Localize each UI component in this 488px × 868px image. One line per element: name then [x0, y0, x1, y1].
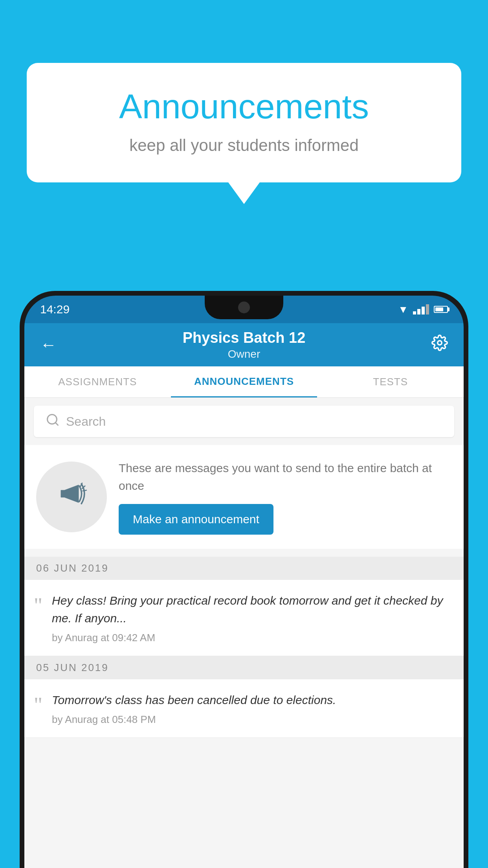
announcement-icon-circle — [36, 462, 107, 532]
tab-tests[interactable]: TESTS — [317, 366, 464, 397]
tabs-container: ASSIGNMENTS ANNOUNCEMENTS TESTS — [24, 366, 464, 398]
app-header: ← Physics Batch 12 Owner — [24, 323, 464, 366]
content-area: Search — [24, 398, 464, 868]
announcement-item-2[interactable]: " Tomorrow's class has been cancelled du… — [24, 679, 464, 738]
svg-line-2 — [55, 422, 58, 425]
announcement-right: These are messages you want to send to t… — [119, 459, 452, 535]
phone-inner: 14:29 ▼ ← Physics Batch 12 Owne — [24, 296, 464, 868]
batch-name: Physics Batch 12 — [57, 329, 431, 346]
announcement-message-2: Tomorrow's class has been cancelled due … — [52, 691, 452, 709]
search-icon — [46, 413, 60, 430]
status-time: 14:29 — [40, 303, 70, 316]
megaphone-icon — [54, 476, 89, 518]
battery-icon — [434, 306, 448, 313]
speech-bubble-arrow — [228, 182, 260, 204]
announcement-meta-2: by Anurag at 05:48 PM — [52, 714, 452, 726]
announcement-description: These are messages you want to send to t… — [119, 459, 452, 495]
tab-announcements[interactable]: ANNOUNCEMENTS — [171, 366, 317, 397]
date-separator-2: 05 JUN 2019 — [24, 656, 464, 679]
header-role: Owner — [57, 348, 431, 360]
svg-point-0 — [438, 341, 442, 345]
announcement-meta-1: by Anurag at 09:42 AM — [52, 632, 452, 644]
date-separator-1: 06 JUN 2019 — [24, 557, 464, 580]
phone-notch — [205, 296, 283, 319]
header-title-block: Physics Batch 12 Owner — [57, 329, 431, 360]
back-button[interactable]: ← — [40, 335, 57, 354]
wifi-icon: ▼ — [398, 303, 408, 316]
speech-bubble: Announcements keep all your students inf… — [27, 63, 461, 182]
search-input[interactable]: Search — [66, 414, 106, 429]
quote-icon-2: " — [34, 691, 42, 715]
phone-frame: 14:29 ▼ ← Physics Batch 12 Owne — [20, 291, 468, 868]
quote-icon-1: " — [34, 592, 42, 616]
speech-bubble-subtitle: keep all your students informed — [58, 136, 430, 155]
speech-bubble-title: Announcements — [58, 86, 430, 127]
speech-bubble-container: Announcements keep all your students inf… — [27, 63, 461, 204]
settings-button[interactable] — [431, 335, 448, 355]
announcement-text-2: Tomorrow's class has been cancelled due … — [52, 691, 452, 726]
announcement-prompt: These are messages you want to send to t… — [24, 445, 464, 549]
announcement-item-1[interactable]: " Hey class! Bring your practical record… — [24, 580, 464, 656]
announcement-text-1: Hey class! Bring your practical record b… — [52, 592, 452, 644]
make-announcement-button[interactable]: Make an announcement — [119, 504, 273, 535]
announcement-message-1: Hey class! Bring your practical record b… — [52, 592, 452, 627]
tab-assignments[interactable]: ASSIGNMENTS — [24, 366, 171, 397]
status-icons: ▼ — [398, 303, 448, 316]
svg-line-5 — [83, 490, 86, 491]
signal-icon — [413, 304, 429, 314]
search-bar[interactable]: Search — [34, 406, 454, 437]
camera — [238, 302, 250, 313]
